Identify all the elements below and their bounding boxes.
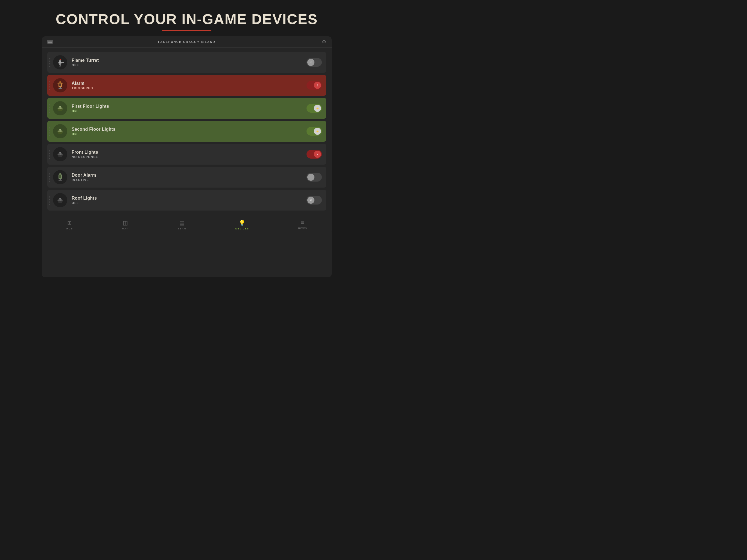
- device-info: Alarm TRIGGERED: [72, 81, 307, 90]
- toggle-knob: ✕: [307, 197, 314, 204]
- toggle-knob: !: [314, 82, 321, 89]
- drag-handle[interactable]: [50, 150, 50, 159]
- device-icon-wrapper: [53, 101, 67, 116]
- device-row: Front Lights NO RESPONSE ✕: [47, 144, 326, 164]
- toggle-knob: ⚡: [314, 128, 321, 135]
- drag-handle[interactable]: [50, 104, 50, 113]
- device-info: First Floor Lights ON: [72, 104, 307, 113]
- light-icon: [55, 149, 65, 159]
- device-row: First Floor Lights ON ⚡: [47, 98, 326, 119]
- light-icon: [55, 195, 65, 205]
- drag-handle[interactable]: [50, 173, 50, 182]
- svg-point-18: [59, 129, 61, 130]
- device-status: OFF: [72, 201, 307, 205]
- nav-label-hub: HUB: [67, 227, 73, 230]
- svg-rect-2: [61, 62, 64, 63]
- device-name: Roof Lights: [72, 196, 307, 201]
- first-floor-lights-toggle[interactable]: ⚡: [307, 104, 322, 113]
- light-icon: [55, 126, 65, 136]
- settings-button[interactable]: ⚙: [322, 39, 326, 45]
- hub-icon: ⊞: [67, 220, 72, 226]
- alarm-icon: [55, 80, 65, 90]
- nav-item-hub[interactable]: ⊞ HUB: [61, 218, 78, 232]
- nav-label-map: MAP: [122, 227, 129, 230]
- news-icon: ≡: [301, 220, 304, 226]
- light-icon: [55, 103, 65, 113]
- device-row: Second Floor Lights ON ⚡: [47, 121, 326, 142]
- roof-lights-toggle[interactable]: ✕: [307, 196, 322, 205]
- device-name: Second Floor Lights: [72, 127, 307, 132]
- nav-label-devices: DEVICES: [235, 227, 249, 230]
- device-name: Door Alarm: [72, 173, 307, 178]
- title-underline: [162, 30, 211, 31]
- map-icon: ◫: [123, 220, 128, 226]
- knob-icon: ⚡: [316, 107, 319, 110]
- panel-header: FACEPUNCH CRAGGY ISLAND ⚙: [42, 36, 332, 48]
- toggle-knob: ✕: [314, 151, 321, 158]
- toggle-knob: [307, 174, 314, 181]
- page-title: CONTROL YOUR IN-GAME DEVICES: [0, 11, 374, 27]
- device-icon-wrapper: [53, 170, 67, 184]
- device-icon-wrapper: [53, 124, 67, 138]
- bottom-nav: ⊞ HUB ◫ MAP ▤ TEAM 💡 DEVICES ≡ NEWS: [42, 215, 332, 234]
- device-info: Door Alarm INACTIVE: [72, 173, 307, 182]
- device-row: Alarm TRIGGERED !: [47, 75, 326, 96]
- drag-handle[interactable]: [50, 196, 50, 205]
- knob-icon: ✕: [316, 153, 318, 156]
- svg-rect-4: [60, 65, 61, 66]
- server-name: FACEPUNCH CRAGGY ISLAND: [158, 40, 215, 44]
- second-floor-lights-toggle[interactable]: ⚡: [307, 127, 322, 136]
- drag-handle[interactable]: [50, 81, 50, 90]
- door-alarm-toggle[interactable]: [307, 173, 322, 182]
- device-status: NO RESPONSE: [72, 155, 307, 159]
- knob-icon: !: [317, 84, 318, 87]
- svg-point-14: [59, 106, 61, 107]
- device-info: Second Floor Lights ON: [72, 127, 307, 136]
- nav-item-devices[interactable]: 💡 DEVICES: [230, 218, 255, 232]
- svg-rect-24: [59, 175, 61, 178]
- page-header: CONTROL YOUR IN-GAME DEVICES: [0, 0, 374, 36]
- door-alarm-icon: [55, 172, 65, 182]
- nav-item-map[interactable]: ◫ MAP: [117, 218, 134, 232]
- flame-turret-toggle[interactable]: ✕: [307, 58, 322, 67]
- knob-icon: ✕: [310, 199, 312, 202]
- device-row: Flame Turret OFF ✕: [47, 52, 326, 73]
- device-status: INACTIVE: [72, 178, 307, 182]
- device-status: OFF: [72, 63, 307, 67]
- device-icon-wrapper: [53, 78, 67, 93]
- device-icon-wrapper: [53, 55, 67, 70]
- front-lights-toggle[interactable]: ✕: [307, 150, 322, 159]
- svg-rect-26: [58, 180, 62, 181]
- alarm-toggle[interactable]: !: [307, 81, 322, 90]
- team-icon: ▤: [179, 220, 185, 226]
- device-status: ON: [72, 132, 307, 136]
- svg-point-27: [59, 173, 61, 175]
- device-info: Flame Turret OFF: [72, 58, 307, 67]
- device-info: Front Lights NO RESPONSE: [72, 150, 307, 159]
- drag-handle[interactable]: [50, 127, 50, 136]
- nav-label-news: NEWS: [298, 227, 307, 230]
- drag-handle[interactable]: [50, 58, 50, 67]
- device-status: TRIGGERED: [72, 86, 307, 90]
- turret-icon: [55, 57, 65, 67]
- devices-list: Flame Turret OFF ✕: [42, 48, 332, 215]
- device-status: ON: [72, 109, 307, 113]
- device-name: Alarm: [72, 81, 307, 86]
- toggle-knob: ⚡: [314, 105, 321, 112]
- svg-point-31: [59, 198, 61, 199]
- svg-point-3: [59, 61, 61, 63]
- device-info: Roof Lights OFF: [72, 196, 307, 205]
- device-name: Front Lights: [72, 150, 307, 155]
- knob-icon: ⚡: [316, 130, 319, 133]
- device-name: First Floor Lights: [72, 104, 307, 109]
- nav-item-team[interactable]: ▤ TEAM: [172, 218, 192, 232]
- svg-rect-5: [60, 59, 61, 60]
- device-name: Flame Turret: [72, 58, 307, 63]
- svg-rect-9: [58, 88, 62, 89]
- device-row: Roof Lights OFF ✕: [47, 190, 326, 210]
- nav-item-news[interactable]: ≡ NEWS: [292, 218, 312, 232]
- server-icon: [47, 40, 53, 44]
- knob-icon: ✕: [310, 61, 312, 64]
- svg-point-22: [59, 152, 61, 153]
- device-icon-wrapper: [53, 193, 67, 207]
